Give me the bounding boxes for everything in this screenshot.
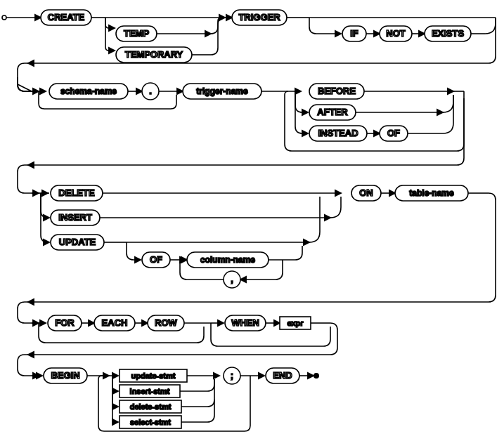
rule-trigger-name: trigger-name xyxy=(196,86,248,96)
punct-comma: , xyxy=(231,274,233,284)
punct-semicolon: ; xyxy=(231,370,233,381)
punct-dot: . xyxy=(149,86,152,96)
kw-create: CREATE xyxy=(48,12,85,22)
kw-temporary: TEMPORARY xyxy=(125,49,183,60)
rule-insert-stmt: insert-stmt xyxy=(130,387,170,395)
kw-instead: INSTEAD xyxy=(318,128,358,138)
kw-after: AFTER xyxy=(317,107,348,117)
kw-row: ROW xyxy=(155,317,178,328)
rule-schema-name: schema-name xyxy=(60,86,117,96)
kw-begin: BEGIN xyxy=(51,370,79,381)
kw-delete: DELETE xyxy=(58,188,95,198)
rule-table-name: table-name xyxy=(409,188,454,198)
kw-update: UPDATE xyxy=(59,237,96,247)
kw-of: OF xyxy=(387,128,400,138)
kw-insert: INSERT xyxy=(58,212,92,223)
kw-each: EACH xyxy=(102,317,128,328)
syntax-diagram: CREATE TEMP TEMPORARY TRIGGER IF NOT EXI… xyxy=(0,0,504,434)
rule-column-name: column-name xyxy=(200,255,255,265)
kw-when: WHEN xyxy=(231,317,259,328)
kw-end: END xyxy=(273,370,292,381)
kw-trigger: TRIGGER xyxy=(238,12,280,22)
kw-before: BEFORE xyxy=(318,86,356,96)
rule-update-stmt: update-stmt xyxy=(131,371,176,380)
rule-delete-stmt: delete-stmt xyxy=(130,402,172,411)
rule-expr: expr xyxy=(287,319,304,327)
kw-if: IF xyxy=(350,28,358,39)
rule-select-stmt: select-stmt xyxy=(130,418,171,426)
kw-exists: EXISTS xyxy=(432,28,465,39)
kw-for: FOR xyxy=(55,317,75,328)
kw-on: ON xyxy=(359,188,373,198)
svg-point-77 xyxy=(314,374,318,378)
svg-point-0 xyxy=(2,15,6,20)
kw-of2: OF xyxy=(150,254,162,265)
kw-not: NOT xyxy=(386,28,406,39)
kw-temp: TEMP xyxy=(124,28,149,39)
